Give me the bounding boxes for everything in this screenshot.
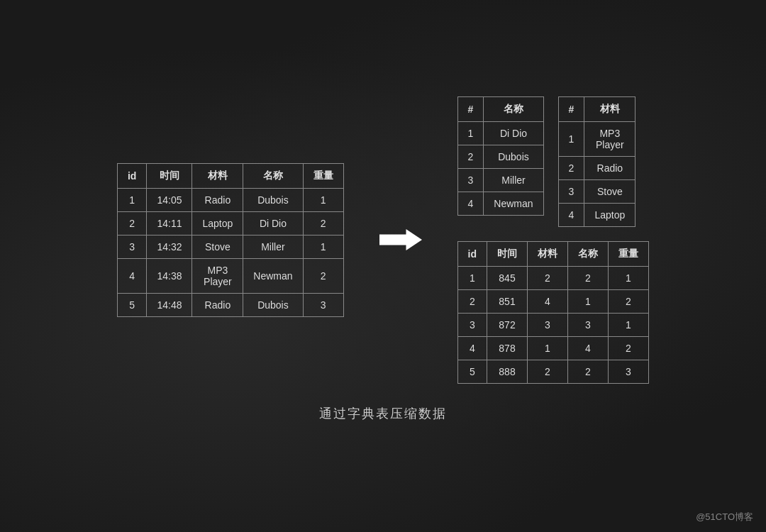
main-container: id时间材料名称重量 114:05RadioDubois1214:11Lapto…	[0, 0, 766, 532]
name-dict-table: #名称 1Di Dio2Dubois3Miller4Newman	[457, 96, 544, 216]
right-section: #名称 1Di Dio2Dubois3Miller4Newman #材料 1MP…	[457, 96, 649, 384]
right-top-tables: #名称 1Di Dio2Dubois3Miller4Newman #材料 1MP…	[457, 96, 649, 227]
watermark: @51CTO博客	[696, 511, 753, 523]
arrow-container	[379, 226, 422, 254]
content-area: id时间材料名称重量 114:05RadioDubois1214:11Lapto…	[117, 96, 649, 384]
compressed-table: id时间材料名称重量 18452212851412387233148781425…	[457, 241, 649, 384]
material-dict-table: #材料 1MP3Player2Radio3Stove4Laptop	[558, 96, 636, 227]
left-table: id时间材料名称重量 114:05RadioDubois1214:11Lapto…	[117, 163, 344, 317]
svg-marker-0	[379, 229, 422, 250]
left-section: id时间材料名称重量 114:05RadioDubois1214:11Lapto…	[117, 163, 344, 317]
caption: 通过字典表压缩数据	[319, 405, 447, 422]
arrow-icon	[379, 226, 422, 254]
